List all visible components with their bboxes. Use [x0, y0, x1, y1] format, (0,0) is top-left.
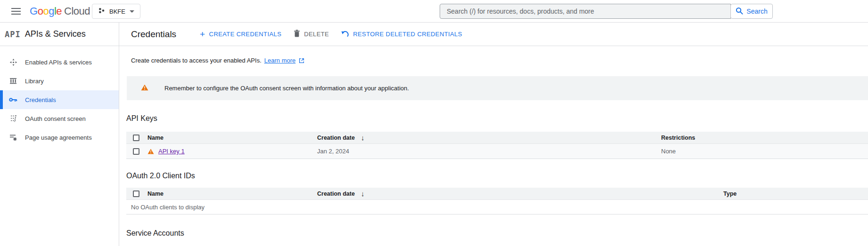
intro-text: Create credentials to access your enable… [131, 57, 304, 64]
sidebar-item-enabled-apis[interactable]: Enabled APIs & services [0, 53, 119, 71]
sidebar-item-credentials[interactable]: Credentials [0, 90, 119, 109]
consent-icon [9, 114, 17, 123]
project-name: BKFE [109, 8, 125, 15]
api-keys-heading: API Keys [126, 114, 157, 123]
page-toolbar: Credentials + CREATE CREDENTIALS DELETE … [119, 23, 868, 46]
product-header: API APIs & Services [0, 23, 119, 46]
api-key-link[interactable]: API key 1 [158, 148, 185, 155]
google-cloud-logo[interactable]: GoogleCloud [30, 5, 90, 17]
search-button[interactable]: Search [730, 4, 773, 19]
warning-banner-text: Remember to configure the OAuth consent … [164, 85, 409, 92]
project-icon [98, 7, 105, 16]
open-in-new-icon [299, 58, 304, 63]
create-credentials-button[interactable]: + CREATE CREDENTIALS [200, 30, 281, 39]
main-content: Create credentials to access your enable… [119, 46, 868, 246]
service-accounts-heading: Service Accounts [126, 229, 184, 238]
warning-icon [141, 84, 148, 93]
hamburger-menu-icon[interactable] [11, 8, 21, 15]
oauth-clients-heading: OAuth 2.0 Client IDs [126, 172, 195, 180]
column-header-creation-date[interactable]: Creation date↓ [317, 134, 661, 142]
column-header-name: Name [147, 135, 317, 141]
explore-icon [9, 58, 17, 66]
restore-deleted-credentials-button[interactable]: RESTORE DELETED CREDENTIALS [341, 30, 462, 38]
sort-desc-icon: ↓ [361, 134, 365, 142]
api-key-creation-date: Jan 2, 2024 [317, 148, 661, 155]
column-header-creation-date[interactable]: Creation date↓ [317, 190, 723, 198]
column-header-name: Name [147, 190, 317, 197]
chevron-down-icon [130, 10, 134, 13]
api-key-row: API key 1 Jan 2, 2024 None [126, 144, 868, 159]
key-icon [9, 95, 17, 104]
column-header-restrictions: Restrictions [661, 135, 868, 141]
oauth-table-header: Name Creation date↓ Type [126, 188, 868, 200]
global-search-bar[interactable] [440, 4, 731, 19]
row-checkbox[interactable] [133, 148, 139, 155]
select-all-checkbox[interactable] [133, 190, 139, 197]
sidebar-item-page-usage-agreements[interactable]: Page usage agreements [0, 128, 119, 147]
learn-more-link[interactable]: Learn more [264, 57, 295, 64]
google-cloud-console: GoogleCloud BKFE Search API APIs & Servi… [0, 0, 868, 246]
search-icon [736, 7, 743, 16]
warning-icon [147, 149, 154, 154]
oauth-empty-state: No OAuth clients to display [126, 200, 868, 214]
top-header: GoogleCloud BKFE Search [0, 0, 868, 23]
plus-icon: + [200, 30, 205, 39]
page-title: Credentials [131, 29, 176, 40]
sidebar-item-oauth-consent[interactable]: OAuth consent screen [0, 109, 119, 128]
delete-button[interactable]: DELETE [294, 30, 329, 39]
sidebar-item-library[interactable]: Library [0, 71, 119, 90]
agreements-icon [9, 133, 17, 142]
api-product-logo: API [5, 30, 21, 39]
search-input[interactable] [447, 8, 724, 15]
api-keys-table-header: Name Creation date↓ Restrictions [126, 132, 868, 144]
sort-desc-icon: ↓ [361, 190, 365, 198]
product-name: APIs & Services [25, 29, 86, 39]
trash-icon [294, 30, 300, 39]
api-keys-table: Name Creation date↓ Restrictions API key… [126, 132, 868, 159]
column-header-type: Type [723, 190, 868, 197]
logo-cloud-text: Cloud [64, 5, 90, 17]
oauth-clients-table: Name Creation date↓ Type No OAuth client… [126, 188, 868, 214]
search-button-label: Search [746, 8, 767, 15]
library-icon [9, 77, 17, 85]
oauth-warning-banner: Remember to configure the OAuth consent … [127, 76, 868, 100]
project-selector[interactable]: BKFE [92, 4, 140, 19]
undo-icon [341, 30, 349, 38]
select-all-checkbox[interactable] [133, 135, 139, 141]
sidebar-nav: Enabled APIs & services Library Credenti… [0, 46, 119, 147]
api-key-restrictions: None [661, 148, 868, 155]
